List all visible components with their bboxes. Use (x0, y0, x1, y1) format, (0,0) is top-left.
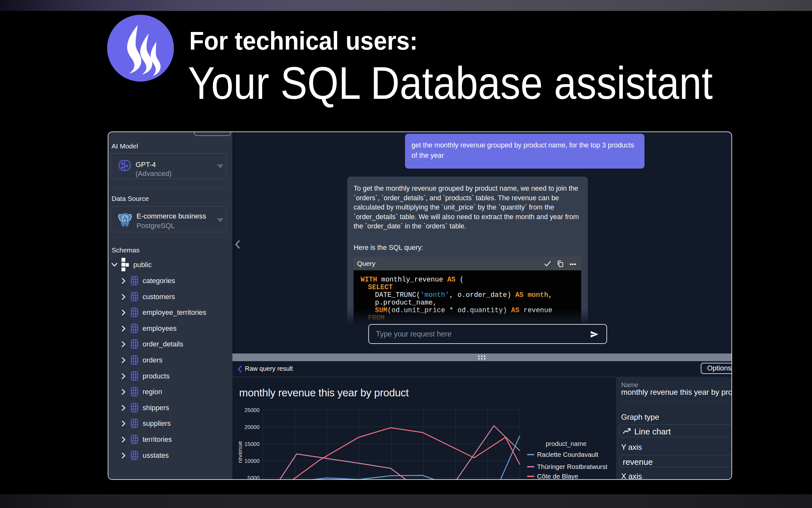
svg-text:Raclette Courdavault: Raclette Courdavault (537, 451, 599, 458)
svg-text:Thüringer Rostbratwurst: Thüringer Rostbratwurst (537, 463, 607, 470)
svg-text:product_name: product_name (546, 440, 587, 448)
svg-text:25000: 25000 (245, 407, 259, 413)
svg-text:10000: 10000 (245, 458, 259, 464)
svg-text:revenue: revenue (237, 441, 243, 463)
svg-text:20000: 20000 (245, 424, 259, 430)
svg-text:Côte de Blaye: Côte de Blaye (537, 472, 578, 480)
svg-text:15000: 15000 (245, 441, 259, 447)
svg-text:5000: 5000 (247, 475, 259, 480)
